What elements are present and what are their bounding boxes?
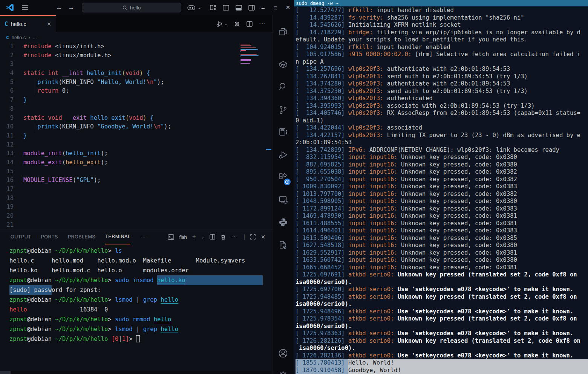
dmesg-window-titlebar[interactable]: sudo dmesg -w ~ — [294, 0, 588, 6]
minimap-line — [240, 50, 246, 51]
new-terminal-button[interactable]: + — [192, 233, 196, 241]
dmesg-output[interactable]: [ 12.527477] rfkill: input handler disab… — [296, 7, 588, 374]
panel-more-icon[interactable]: ··· — [140, 229, 145, 244]
account-icon[interactable] — [273, 344, 294, 362]
code-editor[interactable]: 1#include <linux/init.h>2#include <linux… — [0, 42, 272, 229]
dmesg-row: [ 1870.910458] Goodbye, World! — [296, 367, 588, 374]
dmesg-row: [ 1665.668452] input input16: Unknown ke… — [296, 264, 588, 272]
dmesg-row: [ 895.655038] input input16: Unknown key… — [296, 168, 588, 176]
terminal-cursor — [136, 335, 140, 342]
close-button[interactable]: ✕ — [283, 0, 293, 15]
tab-label: hello.c — [11, 21, 26, 27]
dmesg-row: [ 134.422044] wlp0s20f3: associated — [296, 124, 588, 132]
source-control-icon[interactable] — [273, 101, 294, 119]
explorer-icon[interactable] — [273, 23, 294, 41]
tab-hello-c[interactable]: C hello.c ✕ — [0, 15, 56, 32]
forward-arrow-icon[interactable]: → — [66, 0, 76, 15]
tab-close-icon[interactable]: ✕ — [47, 21, 51, 27]
toolbar-divider: | — [243, 234, 245, 240]
dmesg-row: isa0060/serio0). — [296, 301, 588, 308]
minimap-line — [240, 59, 251, 60]
terminal-content[interactable]: zpnst@debian ~/D/p/k/m/hello> lshello.c … — [9, 246, 263, 344]
notebook-icon[interactable] — [273, 123, 294, 141]
toggle-primary-sidebar-icon[interactable] — [221, 0, 231, 15]
container-icon[interactable] — [273, 55, 294, 73]
dmesg-row: isa0060/serio0). — [296, 323, 588, 330]
dmesg-row: [ 134.405746] wlp0s20f3: RX AssocResp fr… — [296, 110, 588, 117]
breadcrumb-file[interactable]: hello.c — [12, 35, 26, 40]
more-actions-button[interactable]: ··· — [259, 20, 266, 27]
titlebar: ← → hello ⌄ – □ ✕ — [0, 0, 294, 15]
dmesg-row: [ 1725.978363] atkbd serio0: Use 'setkey… — [296, 330, 588, 337]
maximize-panel-button[interactable] — [250, 234, 256, 240]
back-arrow-icon[interactable]: ← — [54, 0, 64, 15]
dmesg-row: [ 134.375230] wlp0s20f3: send auth to e2… — [296, 88, 588, 95]
dmesg-row: [ 14.439287] fs-verity: sha256 using imp… — [296, 14, 588, 22]
dmesg-row: [ 1469.478930] input input16: Unknown ke… — [296, 212, 588, 220]
run-debug-button[interactable]: ⌄ — [216, 21, 227, 27]
tab-output[interactable]: OUTPUT — [11, 229, 31, 244]
code-line: 5 printk(KERN_INFO "Hello, World!\n"); — [0, 78, 272, 87]
dmesg-row: [ 134.374280] wlp0s20f3: authenticate wi… — [296, 80, 588, 88]
tab-terminal[interactable]: TERMINAL — [105, 229, 130, 244]
remote-explorer-icon[interactable] — [273, 191, 294, 209]
dmesg-row: isa0060/serio0). — [296, 345, 588, 352]
extensions-icon[interactable] — [273, 168, 294, 186]
search-icon[interactable] — [273, 78, 294, 96]
split-editor-button[interactable] — [247, 21, 253, 27]
dmesg-row: [ 1048.598905] input input16: Unknown ke… — [296, 198, 588, 205]
breadcrumb-more[interactable]: ... — [33, 35, 37, 40]
settings-gear-icon[interactable] — [273, 366, 294, 374]
dmesg-row: 2:0b:01:89:54:53 — [296, 139, 588, 147]
run-debug-icon[interactable] — [273, 146, 294, 164]
search-input[interactable]: hello — [82, 3, 181, 12]
maximize-button[interactable]: □ — [271, 0, 280, 15]
shell-label[interactable]: fish — [179, 234, 187, 240]
copilot-icon[interactable] — [186, 0, 196, 15]
split-terminal-button[interactable] — [210, 234, 215, 240]
dmesg-row: [ 1172.899124] input input16: Unknown ke… — [296, 205, 588, 213]
settings-gear-button[interactable] — [234, 21, 240, 27]
dmesg-row: [ 1629.552917] input input16: Unknown ke… — [296, 249, 588, 257]
terminal-icon — [168, 234, 174, 240]
panel-more-actions-button[interactable]: ··· — [231, 234, 238, 240]
code-line: 4static int __init hello_init(void) { — [0, 69, 272, 78]
toggle-secondary-sidebar-icon[interactable] — [247, 0, 256, 15]
tab-ports[interactable]: PORTS — [41, 229, 58, 244]
minimap-line — [240, 56, 241, 57]
minimize-button[interactable]: – — [258, 0, 268, 15]
close-panel-button[interactable]: ✕ — [261, 234, 265, 240]
dmesg-row: 0 aid=1) — [296, 117, 588, 125]
indent-guide — [35, 122, 35, 131]
minimap-line — [240, 49, 258, 50]
dmesg-row: [ 1633.560742] input input16: Unknown ke… — [296, 256, 588, 264]
dmesg-row: isa0060/serio0). — [296, 279, 588, 286]
copilot-chevron-icon[interactable]: ⌄ — [196, 0, 202, 15]
tab-bar: C hello.c ✕ ⌄ ··· — [0, 15, 272, 32]
editor-actions: ⌄ ··· — [216, 15, 266, 32]
kill-terminal-button[interactable] — [220, 234, 226, 240]
dmesg-row: [ 105.017586] i915 0000:00:02.0: [drm] S… — [296, 51, 588, 58]
customize-layout-icon[interactable] — [208, 0, 218, 15]
code-line: 17 — [0, 185, 272, 194]
panel-toolbar: fish + ⌄ ··· | ✕ — [168, 229, 265, 244]
minimap[interactable] — [240, 44, 264, 70]
toggle-panel-icon[interactable] — [234, 0, 243, 15]
dmesg-terminal-window: sudo dmesg -w ~ [ 12.527477] rfkill: inp… — [294, 0, 588, 374]
code-line: 15 — [0, 167, 272, 176]
terminal-chevron-icon[interactable]: ⌄ — [201, 235, 204, 239]
terminal-row: hello.ko hello.mod.c hello.o modules.ord… — [9, 266, 263, 275]
terminal-row: hello 16384 0 — [9, 305, 263, 314]
python-icon[interactable] — [273, 213, 294, 231]
tools-file-icon[interactable] — [273, 236, 294, 254]
menu-icon[interactable] — [20, 0, 30, 15]
tab-problems[interactable]: PROBLEMS — [68, 229, 95, 244]
dmesg-row: [ 14.545626] Initializing XFRM netlink s… — [296, 21, 588, 29]
code-line: 9static void __exit hello_exit(void) { — [0, 114, 272, 123]
dmesg-row: [ 134.742899] IPv6: ADDRCONF(NETDEV_CHAN… — [296, 147, 588, 154]
hscrollbar-thumb[interactable] — [0, 371, 11, 374]
vscode-logo — [5, 0, 15, 15]
dmesg-row: [ 1013.797700] input input16: Unknown ke… — [296, 191, 588, 198]
terminal-row: zpnst@debian ~/D/p/k/m/hello> ls — [9, 246, 263, 256]
vscode-window: ← → hello ⌄ – □ ✕ — [0, 0, 294, 374]
